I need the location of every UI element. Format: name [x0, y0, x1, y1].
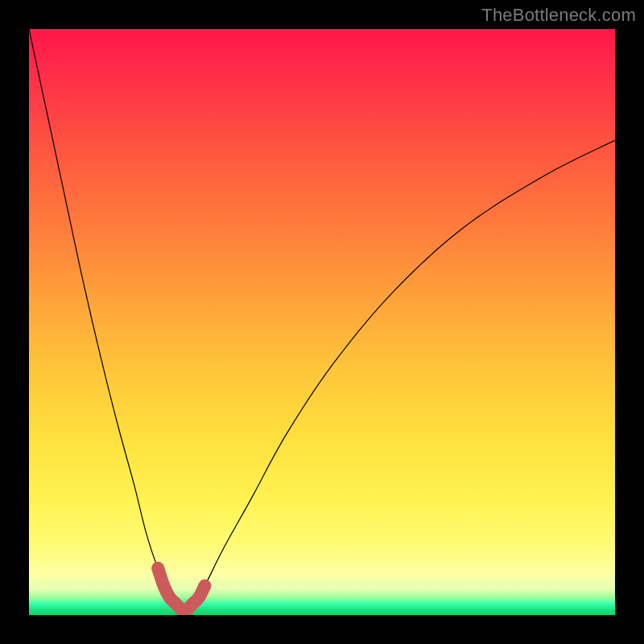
optimal-band-curve: [158, 568, 204, 610]
watermark-text: TheBottleneck.com: [481, 5, 636, 26]
curve-layer: [29, 29, 615, 615]
chart-frame: TheBottleneck.com: [0, 0, 644, 644]
bottleneck-curve: [29, 29, 615, 610]
plot-area: [29, 29, 615, 615]
